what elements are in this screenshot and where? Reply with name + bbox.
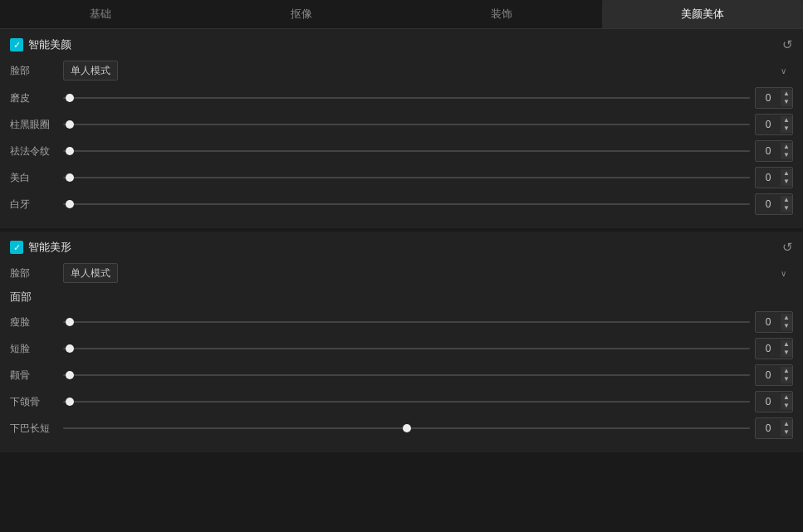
beauty-face-checkbox[interactable]: ✓: [10, 38, 23, 51]
falingwen-value: 0: [756, 145, 781, 157]
falingwen-down[interactable]: ▼: [781, 151, 792, 159]
baiya-label: 白牙: [10, 198, 63, 212]
xiaba-up[interactable]: ▲: [781, 420, 792, 428]
heiyanquan-slider[interactable]: [63, 116, 750, 133]
heiyanquan-down[interactable]: ▼: [781, 124, 792, 133]
falingwen-up[interactable]: ▲: [781, 143, 792, 151]
beauty-shape-title: ✓ 智能美形: [10, 240, 71, 255]
xiahegu-label: 下颌骨: [10, 395, 63, 409]
heiyanquan-arrows: ▲ ▼: [781, 116, 792, 133]
beauty-face-mode-select[interactable]: 单人模式 多人模式: [63, 61, 118, 81]
quangu-label: 颧骨: [10, 368, 63, 383]
xiahegu-number-box: 0 ▲ ▼: [755, 391, 793, 412]
xiahegu-up[interactable]: ▲: [781, 393, 792, 402]
shoulian-slider[interactable]: [63, 314, 750, 330]
xiaba-track: [63, 427, 750, 429]
tab-beauty[interactable]: 美颜美体: [602, 0, 803, 28]
beauty-shape-mode-select[interactable]: 单人模式 多人模式: [63, 263, 118, 283]
duanlian-arrows: ▲ ▼: [781, 340, 792, 357]
meibai-arrows: ▲ ▼: [781, 169, 792, 186]
duanlian-down[interactable]: ▼: [781, 349, 792, 357]
beauty-face-mode-label: 脸部: [10, 64, 63, 78]
heiyanquan-thumb[interactable]: [66, 120, 74, 129]
meibai-track: [63, 177, 750, 178]
duanlian-number-box: 0 ▲ ▼: [755, 338, 793, 359]
control-row-xiaba: 下巴长短 0 ▲ ▼: [10, 417, 793, 439]
beauty-shape-reset-icon[interactable]: ↺: [782, 240, 793, 255]
heiyanquan-number-box: 0 ▲ ▼: [755, 114, 793, 135]
sub-section-face-label: 面部: [10, 290, 793, 305]
mopu-up[interactable]: ▲: [781, 90, 792, 98]
meibai-number-box: 0 ▲ ▼: [755, 167, 793, 188]
control-row-xiahegu: 下颌骨 0 ▲ ▼: [10, 391, 793, 412]
shoulian-number-box: 0 ▲ ▼: [755, 311, 793, 333]
mopu-thumb[interactable]: [66, 94, 74, 102]
xiaba-down[interactable]: ▼: [781, 428, 792, 437]
falingwen-arrows: ▲ ▼: [781, 143, 792, 159]
baiya-thumb[interactable]: [66, 200, 74, 208]
falingwen-thumb[interactable]: [66, 147, 74, 155]
duanlian-thumb[interactable]: [66, 344, 74, 353]
shoulian-thumb[interactable]: [66, 318, 74, 326]
beauty-face-label: 智能美颜: [28, 37, 71, 52]
falingwen-slider[interactable]: [63, 143, 750, 159]
quangu-down[interactable]: ▼: [781, 375, 792, 383]
shoulian-label: 瘦脸: [10, 315, 63, 329]
control-row-heiyanquan: 柱黑眼圈 0 ▲ ▼: [10, 114, 793, 135]
meibai-up[interactable]: ▲: [781, 169, 792, 178]
xiahegu-arrows: ▲ ▼: [781, 393, 792, 410]
baiya-number-box: 0 ▲ ▼: [755, 193, 793, 215]
meibai-label: 美白: [10, 171, 63, 185]
falingwen-track: [63, 150, 750, 152]
control-row-meibai: 美白 0 ▲ ▼: [10, 167, 793, 188]
baiya-value: 0: [756, 198, 781, 210]
quangu-arrows: ▲ ▼: [781, 367, 792, 383]
duanlian-track: [63, 348, 750, 349]
beauty-shape-header: ✓ 智能美形 ↺: [10, 240, 793, 255]
meibai-thumb[interactable]: [66, 173, 74, 182]
shoulian-up[interactable]: ▲: [781, 314, 792, 322]
baiya-down[interactable]: ▼: [781, 204, 792, 212]
mopu-label: 磨皮: [10, 91, 63, 105]
beauty-shape-checkbox[interactable]: ✓: [10, 241, 23, 254]
xiahegu-thumb[interactable]: [66, 398, 74, 406]
xiaba-thumb[interactable]: [403, 424, 411, 432]
falingwen-label: 祛法令纹: [10, 144, 63, 159]
mopu-number-box: 0 ▲ ▼: [755, 87, 793, 109]
xiahegu-down[interactable]: ▼: [781, 402, 792, 410]
meibai-slider[interactable]: [63, 169, 750, 186]
tab-keying[interactable]: 抠像: [201, 0, 402, 28]
duanlian-up[interactable]: ▲: [781, 340, 792, 349]
quangu-thumb[interactable]: [66, 371, 74, 379]
heiyanquan-track: [63, 124, 750, 125]
control-row-mopu: 磨皮 0 ▲ ▼: [10, 87, 793, 109]
falingwen-number-box: 0 ▲ ▼: [755, 140, 793, 162]
mopu-track: [63, 97, 750, 99]
tab-basic[interactable]: 基础: [0, 0, 201, 28]
quangu-number-box: 0 ▲ ▼: [755, 364, 793, 386]
mopu-slider[interactable]: [63, 90, 750, 106]
xiaba-arrows: ▲ ▼: [781, 420, 792, 437]
xiahegu-value: 0: [756, 396, 781, 408]
xiahegu-slider[interactable]: [63, 393, 750, 410]
beauty-shape-mode-label: 脸部: [10, 266, 63, 281]
duanlian-value: 0: [756, 343, 781, 354]
tab-decoration[interactable]: 装饰: [402, 0, 603, 28]
baiya-up[interactable]: ▲: [781, 196, 792, 204]
shoulian-track: [63, 321, 750, 323]
shoulian-down[interactable]: ▼: [781, 322, 792, 330]
meibai-down[interactable]: ▼: [781, 178, 792, 186]
duanlian-slider[interactable]: [63, 340, 750, 357]
xiaba-slider[interactable]: [63, 420, 750, 437]
baiya-slider[interactable]: [63, 196, 750, 212]
quangu-up[interactable]: ▲: [781, 367, 792, 375]
control-row-quangu: 颧骨 0 ▲ ▼: [10, 364, 793, 386]
beauty-face-reset-icon[interactable]: ↺: [782, 37, 793, 52]
heiyanquan-up[interactable]: ▲: [781, 116, 792, 124]
mopu-down[interactable]: ▼: [781, 98, 792, 106]
beauty-shape-label: 智能美形: [28, 240, 71, 255]
quangu-slider[interactable]: [63, 367, 750, 383]
shoulian-arrows: ▲ ▼: [781, 314, 792, 330]
control-row-shoulian: 瘦脸 0 ▲ ▼: [10, 311, 793, 333]
shoulian-value: 0: [756, 316, 781, 328]
